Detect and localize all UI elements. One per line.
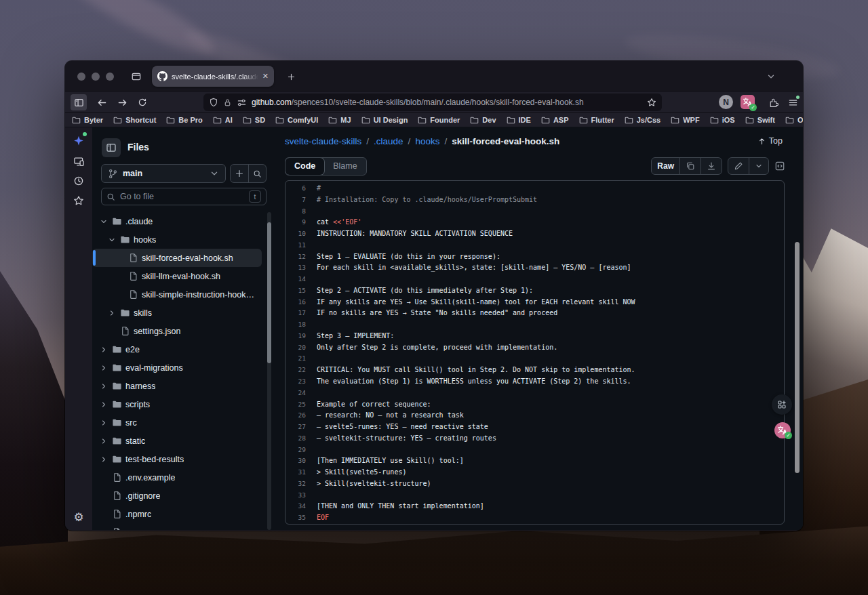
go-to-file-input[interactable]: Go to file t [101,188,267,205]
line-number[interactable]: 23 [285,376,317,388]
line-number[interactable]: 14 [285,274,317,285]
line-number[interactable]: 19 [285,331,317,342]
line-number[interactable]: 13 [285,262,317,274]
tree-folder-row[interactable]: harness [92,377,267,395]
line-number[interactable]: 17 [285,308,317,319]
sidebar-toggle-button[interactable] [71,94,87,110]
line-number[interactable]: 7 [285,194,317,206]
bookmark-item[interactable]: Swift [745,116,775,125]
bookmark-item[interactable]: ComfyUI [275,116,318,125]
line-number[interactable]: 30 [285,455,317,467]
settings-gear-icon[interactable]: ⚙ [71,510,86,525]
new-tab-button[interactable] [283,69,298,84]
breadcrumb-dir-link[interactable]: .claude [374,136,403,146]
reload-button[interactable] [134,94,151,110]
chevron-right-icon[interactable] [99,346,108,354]
line-number[interactable]: 27 [285,422,317,433]
bookmark-item[interactable]: IDE [507,116,531,125]
bookmark-item[interactable]: Flutter [579,116,614,125]
line-number[interactable]: 34 [285,501,317,512]
line-number[interactable]: 29 [285,445,317,456]
bookmark-item[interactable]: WPF [671,116,699,125]
breadcrumb-repo-link[interactable]: svelte-claude-skills [285,136,361,146]
bookmark-item[interactable]: Byter [72,116,103,125]
line-number[interactable]: 25 [285,399,317,411]
back-button[interactable] [94,94,110,110]
bookmark-item[interactable]: AI [213,116,233,125]
breadcrumb-dir-link[interactable]: hooks [415,136,439,146]
history-clock-icon[interactable] [71,173,86,188]
chevron-down-icon[interactable] [99,218,108,226]
bookmark-item[interactable]: SD [243,116,265,125]
lock-icon[interactable] [223,98,232,107]
page-scrollbar-thumb[interactable] [795,242,800,473]
chevron-right-icon[interactable] [107,309,117,317]
traffic-light-minimize[interactable] [92,73,100,81]
edit-pencil-icon[interactable] [728,158,749,174]
symbols-panel-icon[interactable] [774,161,785,171]
tree-folder-row[interactable]: eval-migrations [92,358,267,377]
chevron-right-icon[interactable] [99,437,108,445]
tree-folder-row[interactable]: hooks [92,230,267,249]
tree-folder-row[interactable]: src [92,413,267,432]
shield-icon[interactable] [209,98,218,107]
tree-scrollbar-thumb[interactable] [267,222,271,363]
tree-folder-row[interactable]: scripts [92,395,267,413]
tree-folder-row[interactable]: skills [92,304,267,322]
line-number[interactable]: 12 [285,251,317,263]
tree-file-row[interactable] [92,523,267,530]
line-number[interactable]: 15 [285,285,317,297]
bookmark-star-icon[interactable] [647,98,656,107]
bookmark-item[interactable]: ASP [541,116,569,125]
copy-icon[interactable] [679,158,701,174]
edit-options-chevron-icon[interactable] [749,158,768,174]
tree-file-row[interactable]: skill-forced-eval-hook.sh [92,249,262,267]
bookmark-item[interactable]: Founder [418,116,460,125]
download-icon[interactable] [701,158,722,174]
tab-code[interactable]: Code [285,158,324,175]
tree-file-row[interactable]: .gitignore [92,487,267,505]
line-number[interactable]: 31 [285,467,317,478]
chevron-right-icon[interactable] [99,364,108,372]
bookmarks-star-icon[interactable] [71,193,86,208]
bookmark-item[interactable]: MJ [328,116,351,125]
line-number[interactable]: 20 [285,342,317,354]
back-to-top-link[interactable]: Top [757,136,783,146]
bookmark-item[interactable]: iOS [710,116,735,125]
code-viewer[interactable]: 6#7# Installation: Copy to .claude/hooks… [285,180,785,525]
collapse-file-tree-button[interactable] [102,138,121,157]
ai-chatbot-icon[interactable] [71,134,86,148]
branch-selector[interactable]: main [101,164,226,183]
line-number[interactable]: 22 [285,365,317,376]
raw-button[interactable]: Raw [652,158,679,174]
line-number[interactable]: 10 [285,228,317,240]
tree-folder-row[interactable]: static [92,432,267,450]
forward-button[interactable] [114,94,130,110]
tree-file-row[interactable]: .npmrc [92,505,267,523]
bookmark-item[interactable]: Be Pro [166,116,202,125]
bookmark-item[interactable]: UI Design [361,116,408,125]
app-menu-icon[interactable] [785,94,801,110]
tree-file-row[interactable]: .env.example [92,468,267,487]
bookmark-item[interactable]: Dev [470,116,496,125]
permissions-icon[interactable] [237,98,247,108]
tab-close-icon[interactable]: ✕ [262,72,269,81]
tree-file-row[interactable]: skill-llm-eval-hook.sh [92,267,267,285]
firefox-view-icon[interactable] [129,69,144,84]
tree-folder-row[interactable]: test-bed-results [92,450,267,468]
line-number[interactable]: 24 [285,388,317,399]
add-file-button[interactable] [231,165,249,182]
browser-tab[interactable]: svelte-claude-skills/.claude/hoo ✕ [152,66,274,87]
tab-blame[interactable]: Blame [324,158,366,175]
extension-n-icon[interactable]: N [719,95,733,109]
chevron-right-icon[interactable] [99,455,108,464]
tree-file-row[interactable]: skill-simple-instruction-hook… [92,285,267,304]
line-number[interactable]: 18 [285,319,317,331]
line-number[interactable]: 21 [285,353,317,365]
list-all-tabs-icon[interactable] [764,69,778,84]
chevron-right-icon[interactable] [99,382,108,390]
line-number[interactable]: 16 [285,297,317,308]
chevron-down-icon[interactable] [107,236,117,244]
tree-folder-row[interactable]: .claude [92,212,267,230]
bookmark-item[interactable]: Shortcut [113,116,156,125]
